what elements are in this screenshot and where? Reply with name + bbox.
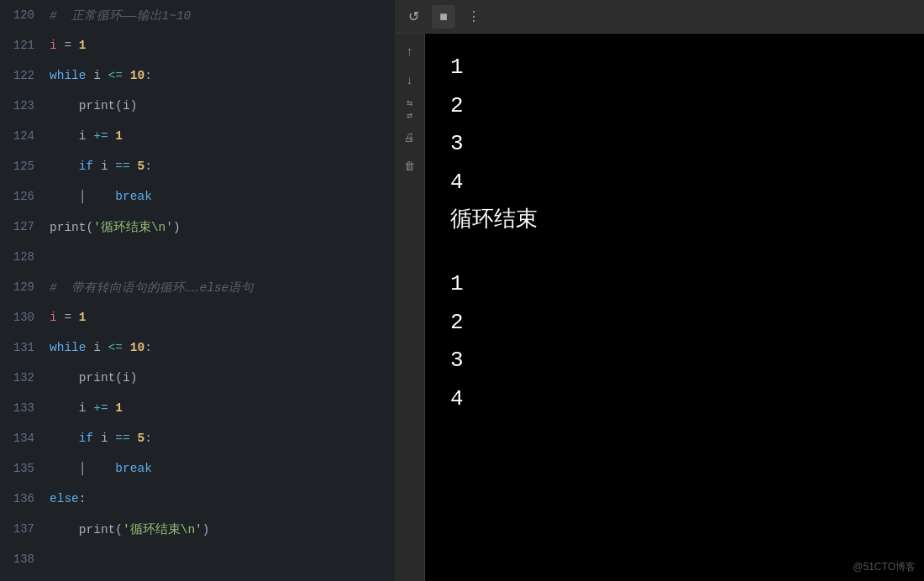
line-content: if i == 5: <box>46 432 395 445</box>
code-line: 130i = 1 <box>0 302 395 332</box>
code-line: 121i = 1 <box>0 30 395 60</box>
code-lines: 120# 正常循环——输出1~10121i = 1122while i <= 1… <box>0 0 395 581</box>
code-line: 123 print(i) <box>0 91 395 121</box>
output-side-icons: ↑ ↓ ⇆⇄ 🖨 🗑 <box>395 34 425 581</box>
scroll-down-icon[interactable]: ↓ <box>398 69 422 92</box>
right-wrapper: ↺ ■ ⋮ ↑ ↓ ⇆⇄ 🖨 🗑 1234循环结束1234 @51CTO博客 <box>395 0 924 581</box>
code-line: 131while i <= 10: <box>0 332 395 363</box>
line-number: 120 <box>0 8 46 22</box>
line-content: print('循环结束\n') <box>46 219 395 235</box>
wrap-icon[interactable]: ⇆⇄ <box>398 97 422 121</box>
code-line: 137 print('循环结束\n') <box>0 514 395 544</box>
code-line: 129# 带有转向语句的循环……else语句 <box>0 272 395 302</box>
output-toolbar: ↺ ■ ⋮ <box>395 0 924 34</box>
line-content: i += 1 <box>46 401 395 415</box>
line-number: 124 <box>0 129 46 143</box>
output-number: 4 <box>450 165 899 201</box>
more-button[interactable]: ⋮ <box>462 5 486 29</box>
watermark: @51CTO博客 <box>853 560 916 574</box>
line-content: i += 1 <box>46 129 395 143</box>
code-line: 124 i += 1 <box>0 121 395 151</box>
line-number: 131 <box>0 341 46 354</box>
code-panel: 120# 正常循环——输出1~10121i = 1122while i <= 1… <box>0 0 395 581</box>
line-number: 135 <box>0 462 46 475</box>
line-content: i = 1 <box>46 311 395 324</box>
output-number: 1 <box>450 267 899 302</box>
line-content <box>46 250 395 264</box>
output-number: 1 <box>450 50 899 86</box>
output-label: 循环结束 <box>450 203 899 238</box>
line-number: 127 <box>0 220 46 233</box>
code-line: 133 i += 1 <box>0 393 395 423</box>
line-number: 128 <box>0 250 46 264</box>
output-sidebar: ↑ ↓ ⇆⇄ 🖨 🗑 1234循环结束1234 <box>395 34 924 581</box>
line-number: 121 <box>0 39 46 52</box>
code-line: 122while i <= 10: <box>0 60 395 91</box>
code-line: 135 │ break <box>0 453 395 484</box>
scroll-up-icon[interactable]: ↑ <box>398 40 422 64</box>
line-content: while i <= 10: <box>46 341 395 354</box>
output-blank <box>450 242 899 267</box>
line-number: 136 <box>0 492 46 505</box>
code-line: 125 if i == 5: <box>0 151 395 181</box>
code-line: 127print('循环结束\n') <box>0 212 395 242</box>
line-content: │ break <box>46 462 395 475</box>
line-number: 137 <box>0 522 46 536</box>
code-line: 120# 正常循环——输出1~10 <box>0 0 395 30</box>
run-button[interactable]: ↺ <box>402 5 425 29</box>
line-number: 132 <box>0 371 46 385</box>
line-content: # 正常循环——输出1~10 <box>46 8 395 24</box>
line-content: else: <box>46 492 395 505</box>
line-content <box>46 552 395 566</box>
line-number: 134 <box>0 432 46 445</box>
clear-icon[interactable]: 🗑 <box>398 154 422 178</box>
line-number: 123 <box>0 99 46 113</box>
line-content: i = 1 <box>46 39 395 52</box>
output-number: 4 <box>450 382 899 417</box>
output-number: 2 <box>450 89 899 124</box>
line-content: # 带有转向语句的循环……else语句 <box>46 280 395 296</box>
line-content: print('循环结束\n') <box>46 521 395 537</box>
line-content: if i == 5: <box>46 160 395 173</box>
code-line: 128 <box>0 242 395 272</box>
line-content: while i <= 10: <box>46 69 395 82</box>
code-line: 126 │ break <box>0 181 395 212</box>
line-number: 130 <box>0 311 46 324</box>
output-area: ↺ ■ ⋮ ↑ ↓ ⇆⇄ 🖨 🗑 1234循环结束1234 <box>395 0 924 581</box>
code-line: 136else: <box>0 484 395 514</box>
output-number: 3 <box>450 127 899 162</box>
line-number: 129 <box>0 280 46 294</box>
line-number: 122 <box>0 69 46 82</box>
code-line: 132 print(i) <box>0 363 395 393</box>
line-content: │ break <box>46 190 395 203</box>
output-number: 3 <box>450 343 899 379</box>
code-line: 134 if i == 5: <box>0 423 395 453</box>
line-number: 133 <box>0 401 46 415</box>
code-line: 138 <box>0 544 395 574</box>
line-number: 125 <box>0 160 46 173</box>
line-content: print(i) <box>46 99 395 113</box>
line-number: 138 <box>0 552 46 566</box>
output-number: 2 <box>450 306 899 341</box>
print-icon[interactable]: 🖨 <box>398 126 422 149</box>
line-content: print(i) <box>46 371 395 385</box>
output-content: 1234循环结束1234 <box>425 34 924 581</box>
stop-button[interactable]: ■ <box>432 5 455 29</box>
line-number: 126 <box>0 190 46 203</box>
